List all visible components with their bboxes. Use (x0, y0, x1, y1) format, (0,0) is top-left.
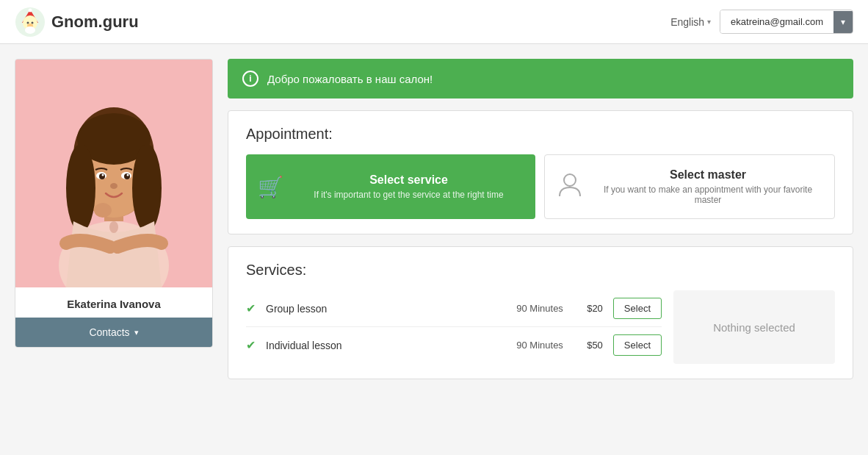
nothing-selected-panel: Nothing selected (673, 290, 835, 364)
welcome-message: Добро пожаловать в наш салон! (267, 73, 433, 85)
service-duration: 90 Minutes (504, 303, 563, 314)
language-selector[interactable]: English ▾ (670, 16, 711, 28)
header-right: English ▾ ekatreina@gmail.com ▾ (670, 10, 853, 34)
select-master-label: Select master (593, 168, 822, 182)
select-service-0-button[interactable]: Select (613, 298, 662, 319)
svg-point-7 (29, 8, 32, 12)
profile-card: Ekaterina Ivanova Contacts ▾ (15, 59, 213, 348)
svg-point-24 (109, 221, 118, 233)
service-name: Group lesson (266, 303, 494, 315)
welcome-banner: i Добро пожаловать в наш салон! (228, 59, 853, 98)
service-price: $20 (574, 303, 603, 314)
profile-name: Ekaterina Ivanova (15, 287, 212, 318)
appointment-card: Appointment: 🛒 Select service If it's im… (228, 110, 853, 234)
logo-text: Gnom.guru (51, 12, 139, 32)
service-price: $50 (574, 340, 603, 351)
appointment-options: 🛒 Select service If it's important to ge… (246, 154, 835, 219)
nothing-selected-label: Nothing selected (713, 321, 795, 334)
svg-point-4 (32, 21, 34, 24)
select-master-button[interactable]: Select master If you want to make an app… (544, 154, 835, 219)
content: i Добро пожаловать в наш салон! Appointm… (228, 59, 853, 379)
select-service-sublabel: If it's important to get the service at … (294, 190, 524, 200)
svg-point-6 (25, 26, 35, 34)
user-account-button[interactable]: ekatreina@gmail.com ▾ (720, 10, 853, 34)
check-icon: ✔ (246, 338, 256, 352)
services-layout: ✔ Group lesson 90 Minutes $20 Select ✔ I… (246, 290, 835, 364)
svg-point-21 (102, 174, 104, 176)
profile-image (15, 60, 212, 287)
check-icon: ✔ (246, 301, 256, 315)
contacts-button[interactable]: Contacts ▾ (15, 318, 212, 347)
svg-point-26 (564, 174, 576, 186)
svg-point-15 (66, 144, 95, 232)
header: Gnom.guru English ▾ ekatreina@gmail.com … (0, 0, 868, 44)
table-row: ✔ Group lesson 90 Minutes $20 Select (246, 290, 662, 327)
select-service-1-button[interactable]: Select (613, 334, 662, 356)
svg-point-3 (27, 21, 29, 24)
info-icon: i (242, 71, 258, 87)
select-service-label: Select service (294, 173, 524, 187)
appointment-title: Appointment: (246, 126, 835, 143)
language-label: English (670, 16, 704, 28)
services-title: Services: (246, 262, 835, 279)
table-row: ✔ Individual lesson 90 Minutes $50 Selec… (246, 327, 662, 363)
person-icon (557, 171, 583, 203)
svg-point-25 (94, 203, 112, 218)
svg-point-22 (127, 174, 129, 176)
svg-point-16 (132, 144, 162, 232)
select-service-button[interactable]: 🛒 Select service If it's important to ge… (246, 154, 535, 219)
services-card: Services: ✔ Group lesson 90 Minutes $20 … (228, 246, 853, 379)
sidebar: Ekaterina Ivanova Contacts ▾ (15, 59, 213, 379)
logo: Gnom.guru (15, 7, 139, 37)
profile-photo (15, 60, 212, 287)
service-name: Individual lesson (266, 340, 494, 351)
main-container: Ekaterina Ivanova Contacts ▾ i Добро пож… (0, 44, 868, 394)
gnome-logo-icon (15, 7, 46, 37)
user-email-label: ekatreina@gmail.com (720, 10, 833, 33)
user-dropdown-button[interactable]: ▾ (833, 11, 853, 33)
cart-icon: 🛒 (258, 175, 283, 199)
service-duration: 90 Minutes (504, 340, 563, 351)
services-list: ✔ Group lesson 90 Minutes $20 Select ✔ I… (246, 290, 662, 364)
svg-point-23 (110, 183, 117, 189)
language-chevron-icon: ▾ (707, 18, 711, 26)
contacts-chevron-icon: ▾ (134, 328, 139, 337)
contacts-label: Contacts (89, 326, 129, 338)
select-master-sublabel: If you want to make an appointment with … (593, 184, 822, 205)
logo-first: Gnom (51, 12, 98, 31)
